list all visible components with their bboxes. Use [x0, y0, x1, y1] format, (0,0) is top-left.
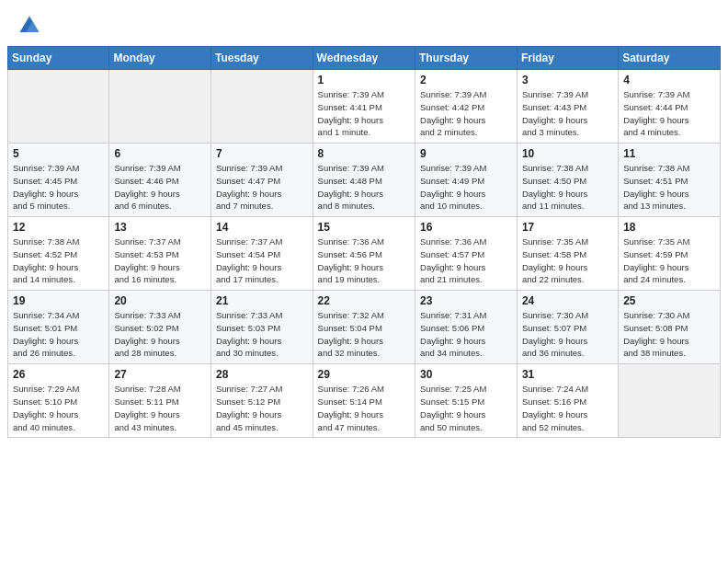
day-number: 15 — [318, 221, 410, 234]
day-info: Sunrise: 7:33 AM Sunset: 5:03 PM Dayligh… — [216, 309, 308, 360]
day-info: Sunrise: 7:39 AM Sunset: 4:46 PM Dayligh… — [114, 162, 206, 213]
calendar-cell: 25Sunrise: 7:30 AM Sunset: 5:08 PM Dayli… — [619, 291, 721, 364]
day-info: Sunrise: 7:30 AM Sunset: 5:07 PM Dayligh… — [522, 309, 613, 360]
calendar-cell: 16Sunrise: 7:36 AM Sunset: 4:57 PM Dayli… — [415, 217, 518, 291]
day-info: Sunrise: 7:35 AM Sunset: 4:58 PM Dayligh… — [522, 236, 613, 286]
day-info: Sunrise: 7:33 AM Sunset: 5:02 PM Dayligh… — [114, 309, 206, 360]
calendar-cell: 15Sunrise: 7:36 AM Sunset: 4:56 PM Dayli… — [313, 217, 415, 291]
day-number: 31 — [522, 368, 613, 381]
day-info: Sunrise: 7:37 AM Sunset: 4:54 PM Dayligh… — [216, 236, 308, 286]
day-number: 26 — [13, 368, 104, 381]
day-number: 22 — [318, 294, 410, 307]
calendar-cell: 31Sunrise: 7:24 AM Sunset: 5:16 PM Dayli… — [517, 364, 618, 438]
day-number: 24 — [522, 294, 613, 307]
calendar-cell — [8, 70, 109, 144]
calendar-cell: 9Sunrise: 7:39 AM Sunset: 4:49 PM Daylig… — [415, 144, 518, 217]
day-number: 4 — [623, 74, 715, 86]
day-number: 3 — [522, 74, 613, 86]
day-of-week-header: Friday — [517, 47, 618, 70]
day-of-week-header: Monday — [109, 47, 211, 70]
calendar-cell: 23Sunrise: 7:31 AM Sunset: 5:06 PM Dayli… — [415, 291, 518, 364]
day-info: Sunrise: 7:39 AM Sunset: 4:47 PM Dayligh… — [216, 162, 308, 213]
calendar-cell: 13Sunrise: 7:37 AM Sunset: 4:53 PM Dayli… — [109, 217, 211, 291]
day-number: 5 — [13, 147, 104, 160]
calendar-cell: 19Sunrise: 7:34 AM Sunset: 5:01 PM Dayli… — [8, 291, 109, 364]
calendar-cell: 6Sunrise: 7:39 AM Sunset: 4:46 PM Daylig… — [109, 144, 211, 217]
calendar-cell: 1Sunrise: 7:39 AM Sunset: 4:41 PM Daylig… — [313, 70, 415, 144]
calendar-week-row: 12Sunrise: 7:38 AM Sunset: 4:52 PM Dayli… — [8, 217, 721, 291]
day-number: 14 — [216, 221, 308, 234]
header — [0, 0, 728, 46]
calendar-cell: 18Sunrise: 7:35 AM Sunset: 4:59 PM Dayli… — [619, 217, 721, 291]
calendar-cell — [210, 70, 313, 144]
day-info: Sunrise: 7:34 AM Sunset: 5:01 PM Dayligh… — [13, 309, 104, 360]
calendar-cell: 24Sunrise: 7:30 AM Sunset: 5:07 PM Dayli… — [517, 291, 618, 364]
day-number: 27 — [114, 368, 206, 381]
calendar-cell: 26Sunrise: 7:29 AM Sunset: 5:10 PM Dayli… — [8, 364, 109, 438]
day-info: Sunrise: 7:29 AM Sunset: 5:10 PM Dayligh… — [13, 383, 104, 433]
logo — [17, 13, 46, 39]
day-of-week-header: Sunday — [8, 47, 109, 70]
calendar-cell — [619, 364, 721, 438]
calendar-header: SundayMondayTuesdayWednesdayThursdayFrid… — [8, 47, 721, 70]
calendar-cell: 12Sunrise: 7:38 AM Sunset: 4:52 PM Dayli… — [8, 217, 109, 291]
calendar-week-row: 5Sunrise: 7:39 AM Sunset: 4:45 PM Daylig… — [8, 144, 721, 217]
day-of-week-header: Wednesday — [313, 47, 415, 70]
calendar-cell: 3Sunrise: 7:39 AM Sunset: 4:43 PM Daylig… — [517, 70, 618, 144]
day-info: Sunrise: 7:27 AM Sunset: 5:12 PM Dayligh… — [216, 383, 308, 433]
day-of-week-header: Saturday — [619, 47, 721, 70]
day-info: Sunrise: 7:38 AM Sunset: 4:50 PM Dayligh… — [522, 162, 613, 213]
day-number: 23 — [420, 294, 512, 307]
day-number: 17 — [522, 221, 613, 234]
calendar-week-row: 26Sunrise: 7:29 AM Sunset: 5:10 PM Dayli… — [8, 364, 721, 438]
calendar-cell: 11Sunrise: 7:38 AM Sunset: 4:51 PM Dayli… — [619, 144, 721, 217]
day-info: Sunrise: 7:24 AM Sunset: 5:16 PM Dayligh… — [522, 383, 613, 433]
calendar-cell: 5Sunrise: 7:39 AM Sunset: 4:45 PM Daylig… — [8, 144, 109, 217]
day-number: 19 — [13, 294, 104, 307]
calendar-cell: 2Sunrise: 7:39 AM Sunset: 4:42 PM Daylig… — [415, 70, 518, 144]
calendar-cell — [109, 70, 211, 144]
day-info: Sunrise: 7:39 AM Sunset: 4:44 PM Dayligh… — [623, 88, 715, 139]
day-number: 16 — [420, 221, 512, 234]
day-number: 1 — [318, 74, 410, 86]
day-number: 29 — [318, 368, 410, 381]
day-info: Sunrise: 7:39 AM Sunset: 4:42 PM Dayligh… — [420, 88, 512, 139]
page: SundayMondayTuesdayWednesdayThursdayFrid… — [0, 0, 728, 563]
day-number: 30 — [420, 368, 512, 381]
day-info: Sunrise: 7:32 AM Sunset: 5:04 PM Dayligh… — [318, 309, 410, 360]
day-number: 20 — [114, 294, 206, 307]
day-number: 12 — [13, 221, 104, 234]
day-of-week-header: Tuesday — [210, 47, 313, 70]
day-number: 2 — [420, 74, 512, 86]
day-info: Sunrise: 7:36 AM Sunset: 4:56 PM Dayligh… — [318, 236, 410, 286]
calendar-cell: 28Sunrise: 7:27 AM Sunset: 5:12 PM Dayli… — [210, 364, 313, 438]
calendar-cell: 7Sunrise: 7:39 AM Sunset: 4:47 PM Daylig… — [210, 144, 313, 217]
day-info: Sunrise: 7:26 AM Sunset: 5:14 PM Dayligh… — [318, 383, 410, 433]
day-info: Sunrise: 7:39 AM Sunset: 4:43 PM Dayligh… — [522, 88, 613, 139]
calendar-body: 1Sunrise: 7:39 AM Sunset: 4:41 PM Daylig… — [8, 70, 721, 438]
day-info: Sunrise: 7:28 AM Sunset: 5:11 PM Dayligh… — [114, 383, 206, 433]
day-number: 9 — [420, 147, 512, 160]
day-number: 28 — [216, 368, 308, 381]
calendar-cell: 21Sunrise: 7:33 AM Sunset: 5:03 PM Dayli… — [210, 291, 313, 364]
calendar-cell: 20Sunrise: 7:33 AM Sunset: 5:02 PM Dayli… — [109, 291, 211, 364]
day-of-week-header: Thursday — [415, 47, 518, 70]
calendar-cell: 30Sunrise: 7:25 AM Sunset: 5:15 PM Dayli… — [415, 364, 518, 438]
day-info: Sunrise: 7:35 AM Sunset: 4:59 PM Dayligh… — [623, 236, 715, 286]
day-info: Sunrise: 7:36 AM Sunset: 4:57 PM Dayligh… — [420, 236, 512, 286]
logo-icon — [17, 13, 42, 39]
calendar-cell: 8Sunrise: 7:39 AM Sunset: 4:48 PM Daylig… — [313, 144, 415, 217]
calendar-week-row: 19Sunrise: 7:34 AM Sunset: 5:01 PM Dayli… — [8, 291, 721, 364]
day-number: 6 — [114, 147, 206, 160]
day-info: Sunrise: 7:38 AM Sunset: 4:51 PM Dayligh… — [623, 162, 715, 213]
day-number: 11 — [623, 147, 715, 160]
calendar-cell: 17Sunrise: 7:35 AM Sunset: 4:58 PM Dayli… — [517, 217, 618, 291]
calendar-cell: 10Sunrise: 7:38 AM Sunset: 4:50 PM Dayli… — [517, 144, 618, 217]
day-info: Sunrise: 7:37 AM Sunset: 4:53 PM Dayligh… — [114, 236, 206, 286]
day-info: Sunrise: 7:39 AM Sunset: 4:41 PM Dayligh… — [318, 88, 410, 139]
day-number: 10 — [522, 147, 613, 160]
day-number: 8 — [318, 147, 410, 160]
calendar-cell: 4Sunrise: 7:39 AM Sunset: 4:44 PM Daylig… — [619, 70, 721, 144]
day-number: 13 — [114, 221, 206, 234]
calendar-cell: 22Sunrise: 7:32 AM Sunset: 5:04 PM Dayli… — [313, 291, 415, 364]
